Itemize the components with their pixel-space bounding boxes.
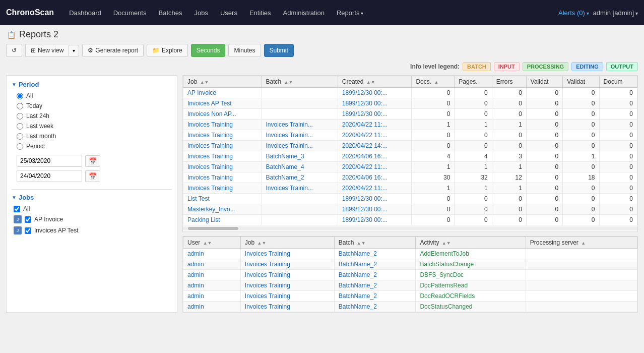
explore-button[interactable]: 📁 Explore — [147, 44, 188, 57]
legend-output: OUTPUT — [606, 62, 638, 71]
top-table-row[interactable]: List Test 1899/12/30 00:... 0 0 0 0 0 0 — [183, 194, 637, 204]
top-table-row[interactable]: Invoices Training BatchName_2 2020/04/06… — [183, 172, 637, 183]
nav-reports[interactable]: Reports — [332, 6, 368, 20]
cell-job: Invoices Training — [240, 249, 334, 259]
top-table-row[interactable]: Invoices Training BatchName_3 2020/04/06… — [183, 151, 637, 162]
cell-v1: 0 — [526, 98, 562, 109]
cell-pages: 0 — [455, 109, 492, 120]
date-to-calendar-button[interactable]: 📅 — [85, 170, 100, 182]
col-processing-server[interactable]: Processing server ▲ — [526, 237, 637, 249]
cell-server — [526, 291, 637, 302]
cell-v1: 0 — [526, 109, 562, 120]
radio-all[interactable]: All — [17, 92, 172, 99]
new-view-dropdown-button[interactable]: ▾ — [69, 45, 79, 56]
cell-job: Invoices Training — [240, 280, 334, 291]
col-job[interactable]: Job ▲▼ — [183, 76, 262, 88]
top-table-row[interactable]: Masterkey_Invo... 1899/12/30 00:... 0 0 … — [183, 204, 637, 215]
col-user[interactable]: User ▲▼ — [183, 237, 241, 249]
top-table-row[interactable]: Invoices Training BatchName_4 2020/04/22… — [183, 162, 637, 172]
period-label: Period — [19, 81, 39, 88]
nav-dashboard[interactable]: Dashboard — [64, 6, 106, 20]
cell-job: Invoices Non AP... — [183, 109, 262, 120]
job-invoices-ap-test-checkbox[interactable]: J Invoices AP Test — [14, 226, 172, 234]
col-bottom-job[interactable]: Job ▲▼ — [240, 237, 334, 249]
sort-activity-icon: ▲▼ — [442, 241, 451, 246]
bottom-table-wrapper[interactable]: User ▲▼ Job ▲▼ Batch ▲▼ Activity ▲▼ Proc… — [182, 236, 638, 313]
bottom-table-row[interactable]: admin Invoices Training BatchName_2 DBFS… — [183, 270, 637, 280]
bottom-table-row[interactable]: admin Invoices Training BatchName_2 DocS… — [183, 302, 637, 312]
top-table-header-row: Job ▲▼ Batch ▲▼ Created ▲▼ Docs. ▲ Pages… — [183, 76, 637, 88]
cell-user: admin — [183, 291, 241, 302]
top-table-row[interactable]: Invoices AP Test 1899/12/30 00:... 0 0 0… — [183, 98, 637, 109]
cell-v2: 0 — [563, 194, 599, 204]
radio-last24h[interactable]: Last 24h — [17, 112, 172, 120]
bottom-table-row[interactable]: admin Invoices Training BatchName_2 AddE… — [183, 249, 637, 259]
top-table-row[interactable]: Invoices Training Invoices Trainin... 20… — [183, 183, 637, 194]
minutes-button[interactable]: Minutes — [228, 44, 261, 57]
new-view-button[interactable]: ⊞ New view — [25, 44, 69, 57]
generate-report-button[interactable]: ⚙ Generate report — [82, 44, 144, 57]
top-table-row[interactable]: Invoices Training Invoices Trainin... 20… — [183, 120, 637, 130]
cell-created: 2020/04/06 16:... — [338, 151, 412, 162]
nav-entities[interactable]: Entities — [244, 6, 276, 20]
top-table-row[interactable]: Packing List 1899/12/30 00:... 0 0 0 0 0… — [183, 215, 637, 225]
col-errors[interactable]: Errors — [492, 76, 526, 88]
cell-batch — [262, 215, 338, 225]
alerts-button[interactable]: Alerts (0) — [558, 9, 589, 17]
cell-pages: 4 — [455, 151, 492, 162]
top-table-row[interactable]: Invoices Non AP... 1899/12/30 00:... 0 0… — [183, 109, 637, 120]
nav-jobs[interactable]: Jobs — [189, 6, 213, 20]
cell-v2: 0 — [563, 141, 599, 151]
bottom-table-row[interactable]: admin Invoices Training BatchName_2 Batc… — [183, 259, 637, 270]
cell-docs: 1 — [412, 120, 455, 130]
cell-v1: 0 — [526, 141, 562, 151]
nav-batches[interactable]: Batches — [153, 6, 187, 20]
col-docum[interactable]: Docum — [599, 76, 637, 88]
cell-v2: 0 — [563, 215, 599, 225]
job-invoices-ap-test-icon: J — [14, 226, 22, 234]
date-from-calendar-button[interactable]: 📅 — [85, 155, 100, 167]
job-all-checkbox[interactable]: All — [14, 205, 172, 212]
radio-today[interactable]: Today — [17, 102, 172, 109]
top-table-wrapper[interactable]: Job ▲▼ Batch ▲▼ Created ▲▼ Docs. ▲ Pages… — [182, 75, 638, 232]
cell-v2: 0 — [563, 88, 599, 98]
cell-job: Invoices Training — [240, 270, 334, 280]
sort-user-icon: ▲▼ — [203, 241, 212, 246]
submit-button[interactable]: Submit — [264, 44, 294, 57]
col-docs[interactable]: Docs. ▲ — [412, 76, 455, 88]
bottom-table-row[interactable]: admin Invoices Training BatchName_2 DocP… — [183, 280, 637, 291]
cell-created: 2020/04/22 11:... — [338, 130, 412, 141]
cell-batch — [262, 194, 338, 204]
col-pages[interactable]: Pages. — [455, 76, 492, 88]
top-table-row[interactable]: AP Invoice 1899/12/30 00:... 0 0 0 0 0 0 — [183, 88, 637, 98]
nav-users[interactable]: Users — [215, 6, 242, 20]
bottom-table-row[interactable]: admin Invoices Training BatchName_2 DocR… — [183, 291, 637, 302]
nav-documents[interactable]: Documents — [108, 6, 152, 20]
refresh-button[interactable]: ↺ — [6, 44, 22, 57]
top-table-row[interactable]: Invoices Training Invoices Trainin... 20… — [183, 130, 637, 141]
col-created[interactable]: Created ▲▼ — [338, 76, 412, 88]
seconds-button[interactable]: Seconds — [191, 44, 226, 57]
radio-lastweek[interactable]: Last week — [17, 123, 172, 130]
admin-button[interactable]: admin [admin] — [593, 9, 638, 17]
col-batch[interactable]: Batch ▲▼ — [262, 76, 338, 88]
cell-created: 2020/04/06 16:... — [338, 172, 412, 183]
col-validat2[interactable]: Validat — [563, 76, 599, 88]
job-ap-invoice-checkbox[interactable]: J AP Invoice — [14, 215, 172, 223]
cell-v2: 0 — [563, 120, 599, 130]
sort-docs-icon: ▲ — [434, 80, 438, 85]
new-view-icon: ⊞ — [31, 47, 36, 54]
date-to-input[interactable] — [17, 170, 82, 182]
date-from-input[interactable] — [17, 155, 82, 167]
radio-lastmonth[interactable]: Last month — [17, 133, 172, 140]
cell-v1: 0 — [526, 215, 562, 225]
nav-administration[interactable]: Administration — [278, 6, 330, 20]
col-validat1[interactable]: Validat — [526, 76, 562, 88]
jobs-section-title: ▼ Jobs — [12, 194, 172, 201]
col-bottom-batch[interactable]: Batch ▲▼ — [334, 237, 416, 249]
nav-items: Dashboard Documents Batches Jobs Users E… — [64, 6, 558, 20]
top-table-row[interactable]: Invoices Training Invoices Trainin... 20… — [183, 141, 637, 151]
radio-period[interactable]: Period: — [17, 143, 172, 150]
top-table-scrollbar[interactable] — [183, 226, 637, 230]
col-activity[interactable]: Activity ▲▼ — [416, 237, 526, 249]
